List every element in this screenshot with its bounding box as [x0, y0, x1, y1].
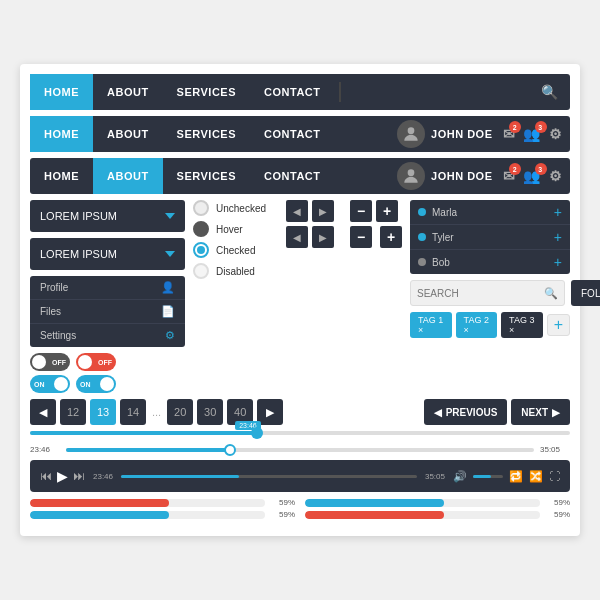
radio-checked[interactable]: Checked: [193, 242, 278, 258]
slider-2-fill: [66, 448, 230, 452]
arrow-left-2[interactable]: ◀: [286, 226, 308, 248]
tag-1[interactable]: TAG 1 ×: [410, 312, 452, 338]
repeat-icon[interactable]: 🔁: [509, 470, 523, 483]
page-13[interactable]: 13: [90, 399, 116, 425]
slider-2-track[interactable]: [66, 448, 534, 452]
user-add-marla[interactable]: +: [554, 204, 562, 220]
toggle-on-2[interactable]: ON: [76, 375, 116, 393]
user-add-bob[interactable]: +: [554, 254, 562, 270]
list-item-settings[interactable]: Settings ⚙: [30, 324, 185, 347]
user-icon-2[interactable]: 👥 3: [523, 126, 541, 142]
arrow-right-2[interactable]: ▶: [312, 226, 334, 248]
nav-about-1[interactable]: ABOUT: [93, 74, 163, 110]
user-tyler[interactable]: Tyler +: [410, 225, 570, 250]
profile-icon: 👤: [161, 281, 175, 294]
user-list: Marla + Tyler + Bob +: [410, 200, 570, 274]
dropdown-1[interactable]: LOREM IPSUM: [30, 200, 185, 232]
progress-row-1: 59%: [30, 498, 295, 507]
tag-add-icon[interactable]: +: [554, 316, 563, 334]
arrow-right-1[interactable]: ▶: [312, 200, 334, 222]
media-track[interactable]: [121, 475, 417, 478]
search-icon: 🔍: [544, 287, 558, 300]
nav-home-3[interactable]: HOME: [30, 158, 93, 194]
nav-about-2[interactable]: ABOUT: [93, 116, 163, 152]
arrow-controls: ◀ ▶ − + ◀ ▶ − +: [286, 200, 402, 393]
avatar-3: [397, 162, 425, 190]
gear-icon-2[interactable]: ⚙: [549, 126, 563, 142]
nav-about-3[interactable]: ABOUT: [93, 158, 163, 194]
volume-track[interactable]: [473, 475, 503, 478]
page-12[interactable]: 12: [60, 399, 86, 425]
volume-icon[interactable]: 🔊: [453, 470, 467, 483]
tag-input[interactable]: +: [547, 314, 570, 336]
slider-1-container: 23:46: [30, 431, 570, 435]
nav-services-2[interactable]: SERVICES: [163, 116, 250, 152]
slider-2-thumb[interactable]: [224, 444, 236, 456]
nav-home-1[interactable]: HOME: [30, 74, 93, 110]
media-rewind[interactable]: ⏮: [40, 469, 52, 483]
nav-contact-2[interactable]: CONTACT: [250, 116, 334, 152]
slider-2-time-end: 35:05: [540, 445, 570, 454]
nav-services-1[interactable]: SERVICES: [163, 74, 250, 110]
slider-1: [30, 431, 570, 435]
arrow-left-1[interactable]: ◀: [286, 200, 308, 222]
username-3: JOHN DOE: [431, 170, 492, 182]
slider-1-thumb[interactable]: [251, 427, 263, 439]
page-14[interactable]: 14: [120, 399, 146, 425]
dropdown-1-label: LOREM IPSUM: [40, 210, 117, 222]
minus-2[interactable]: −: [350, 226, 372, 248]
toggle-off-red[interactable]: OFF: [76, 353, 116, 371]
gear-icon-3[interactable]: ⚙: [549, 168, 563, 184]
nav-contact-1[interactable]: CONTACT: [250, 74, 334, 110]
plus-2[interactable]: +: [380, 226, 402, 248]
tag-2[interactable]: TAG 2 ×: [456, 312, 498, 338]
minus-1[interactable]: −: [350, 200, 372, 222]
mail-icon-3[interactable]: ✉ 2: [503, 168, 516, 184]
follow-button[interactable]: FOLLOW +: [571, 280, 600, 306]
radio-hover: Hover: [193, 221, 278, 237]
shuffle-icon[interactable]: 🔀: [529, 470, 543, 483]
search-input[interactable]: [417, 288, 544, 299]
arrow-row-1: ◀ ▶ − +: [286, 200, 402, 222]
prev-label: PREVIOUS: [446, 407, 498, 418]
radio-unchecked: Unchecked: [193, 200, 278, 216]
page-next-arrow[interactable]: ▶: [257, 399, 283, 425]
toggle-on-1[interactable]: ON: [30, 375, 70, 393]
slider-2-time-start: 23:46: [30, 445, 60, 454]
search-box[interactable]: 🔍: [410, 280, 565, 306]
page-20[interactable]: 20: [167, 399, 193, 425]
page-30[interactable]: 30: [197, 399, 223, 425]
slider-1-fill: [30, 431, 257, 435]
media-controls: ⏮ ▶ ⏭: [40, 468, 85, 484]
media-time-start: 23:46: [93, 472, 113, 481]
progress-pct-1: 59%: [271, 498, 295, 507]
nav-services-3[interactable]: SERVICES: [163, 158, 250, 194]
slider-1-track[interactable]: [30, 431, 570, 435]
plus-1[interactable]: +: [376, 200, 398, 222]
toggle-off-1[interactable]: OFF: [30, 353, 70, 371]
user-badge-3: 3: [535, 163, 547, 175]
user-bob[interactable]: Bob +: [410, 250, 570, 274]
media-forward[interactable]: ⏭: [73, 469, 85, 483]
search-icon-1[interactable]: 🔍: [529, 84, 571, 100]
media-play[interactable]: ▶: [57, 468, 68, 484]
list-item-files[interactable]: Files 📄: [30, 300, 185, 324]
arrow-row-2: ◀ ▶ − +: [286, 226, 402, 248]
progress-bar-3: [305, 499, 540, 507]
nav-home-2[interactable]: HOME: [30, 116, 93, 152]
user-marla[interactable]: Marla +: [410, 200, 570, 225]
list-item-profile[interactable]: Profile 👤: [30, 276, 185, 300]
progress-pct-2: 59%: [271, 510, 295, 519]
next-label: NEXT: [521, 407, 548, 418]
next-button[interactable]: NEXT ▶: [511, 399, 570, 425]
fullscreen-icon[interactable]: ⛶: [549, 470, 560, 482]
dropdown-2[interactable]: LOREM IPSUM: [30, 238, 185, 270]
user-add-tyler[interactable]: +: [554, 229, 562, 245]
page-prev-arrow[interactable]: ◀: [30, 399, 56, 425]
tag-3[interactable]: TAG 3 ×: [501, 312, 543, 338]
nav-contact-3[interactable]: CONTACT: [250, 158, 334, 194]
user-icon-3[interactable]: 👥 3: [523, 168, 541, 184]
mail-icon-2[interactable]: ✉ 2: [503, 126, 516, 142]
prev-button[interactable]: ◀ PREVIOUS: [424, 399, 508, 425]
slider-2: 23:46 35:05: [30, 445, 570, 454]
